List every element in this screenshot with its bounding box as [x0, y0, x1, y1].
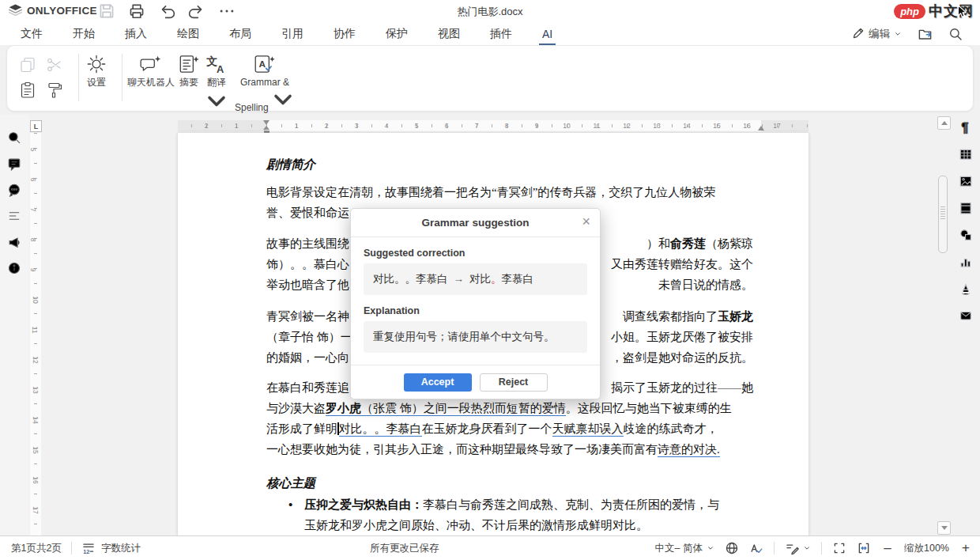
tab-7[interactable]: 保护 [384, 24, 409, 44]
correction-text: 李慕白 [502, 273, 534, 285]
explanation-label: Explanation [364, 305, 587, 316]
suggested-correction-box: 对比。。李慕白→对比。李慕白 [364, 263, 587, 295]
suggested-correction-label: Suggested correction [364, 248, 587, 259]
scrollbar-thumb[interactable] [938, 176, 948, 253]
text-run: 。这段回忆与她当下被束缚的生 [566, 402, 732, 414]
text-run: 核心主题 [266, 476, 315, 490]
settings-label: 设置 [87, 78, 106, 88]
reject-button[interactable]: Reject [480, 373, 548, 392]
right-sidebar: ¶ [952, 119, 980, 334]
tab-2[interactable]: 插入 [123, 24, 149, 44]
chatbot-button[interactable]: 聊天机器人 [127, 52, 175, 88]
ruler-number: 15 [713, 122, 720, 130]
comments-icon[interactable] [0, 155, 28, 172]
track-changes-selector[interactable] [785, 541, 811, 555]
fit-to-width-icon[interactable] [857, 541, 871, 555]
chevron-down-icon [271, 88, 295, 112]
paste-icon[interactable] [18, 81, 37, 100]
ruler-number: 5 [29, 148, 37, 152]
gear-icon [85, 52, 108, 76]
copy-icon[interactable] [18, 55, 37, 74]
header-footer-settings-icon[interactable] [952, 199, 980, 217]
tab-8[interactable]: 视图 [436, 24, 462, 44]
document-language-selector[interactable]: 中文– 简体 [655, 542, 714, 555]
horizontal-ruler[interactable]: 123456789101112131415161721 [178, 120, 808, 131]
cut-icon[interactable] [45, 55, 64, 74]
ruler-number: 14 [32, 416, 40, 423]
table-settings-icon[interactable] [952, 146, 980, 163]
zoom-in-button[interactable]: + [959, 542, 972, 554]
ai-settings-button[interactable]: 设置 [85, 52, 108, 88]
image-settings-icon[interactable] [952, 172, 980, 190]
fit-to-page-icon[interactable] [832, 541, 846, 555]
first-line-indent-marker[interactable] [263, 120, 270, 125]
dialog-header[interactable]: Grammar suggestion × [351, 209, 600, 237]
more-options-icon[interactable] [218, 2, 236, 20]
navigation-icon[interactable] [0, 207, 28, 225]
text-run: 调查线索都指向了 [623, 310, 718, 323]
tab-1[interactable]: 开始 [71, 24, 96, 44]
accept-button[interactable]: Accept [404, 373, 472, 392]
text-run: 青冥剑被一名神 [266, 310, 349, 323]
ai-toolbar: 设置 聊天机器人 摘要 文A 翻译 A Grammar & Spelling [6, 45, 974, 112]
save-status-text: 所有更改已保存 [370, 542, 439, 555]
mailmerge-icon[interactable] [952, 307, 980, 324]
document-text-line: 电影背景设定在清朝，故事围绕着一把名为“青冥剑”的传奇兵器，交织了九位人物被荣 [266, 185, 753, 202]
tab-4[interactable]: 布局 [228, 24, 253, 44]
open-file-location-icon[interactable] [918, 26, 933, 41]
textart-settings-icon[interactable] [952, 280, 980, 297]
right-indent-marker[interactable] [758, 126, 764, 131]
hanging-indent-marker[interactable] [263, 126, 270, 130]
search-icon[interactable] [0, 129, 28, 146]
tab-stop-selector[interactable]: L [30, 120, 42, 132]
tab-ai-active[interactable]: AI [541, 25, 554, 44]
tab-5[interactable]: 引用 [280, 24, 305, 44]
text-run: 歧途的练武奇才， [624, 422, 718, 435]
scroll-down-button[interactable] [937, 521, 951, 535]
ruler-number: 13 [32, 386, 40, 393]
text-run: 对比。。李慕白 [339, 422, 422, 437]
translate-button[interactable]: 文A 翻译 [205, 52, 228, 113]
tab-0[interactable]: 文件 [19, 24, 44, 44]
ruler-number: 3 [355, 122, 359, 130]
copy-style-icon[interactable] [45, 81, 64, 100]
redo-icon[interactable] [188, 2, 205, 20]
scroll-up-button[interactable] [937, 116, 951, 130]
search-icon[interactable] [948, 27, 963, 41]
ruler-number: 16 [743, 122, 750, 130]
language-label: 中文– 简体 [655, 542, 703, 555]
chat-icon[interactable] [0, 181, 28, 199]
tab-6[interactable]: 协作 [332, 24, 357, 44]
undo-icon[interactable] [158, 2, 175, 20]
ruler-number: 6 [29, 178, 37, 182]
edit-pencil-icon [851, 27, 865, 40]
save-icon[interactable] [98, 2, 115, 20]
spellcheck-icon[interactable] [749, 541, 763, 555]
arrow-icon: → [448, 273, 470, 285]
about-icon[interactable] [0, 259, 28, 277]
word-count-button[interactable]: 12 字数统计 [81, 541, 141, 555]
edit-mode-selector[interactable]: 编辑 [851, 27, 902, 41]
paragraph-settings-icon[interactable]: ¶ [952, 119, 980, 136]
print-icon[interactable] [128, 2, 145, 20]
summary-icon [177, 52, 201, 76]
tab-9[interactable]: 插件 [488, 24, 514, 44]
feedback-icon[interactable] [0, 233, 28, 251]
word-count-icon: 12 [81, 541, 96, 555]
page-number-indicator[interactable]: 第1页共2页 [11, 542, 62, 555]
text-run: 饰）。。慕白心 [266, 258, 349, 271]
ruler-number: 12 [623, 122, 630, 130]
tab-3[interactable]: 绘图 [175, 24, 201, 44]
track-changes-icon [785, 541, 799, 555]
vertical-ruler[interactable]: 567891011121314151617 [30, 133, 41, 536]
word-count-label: 字数统计 [101, 542, 141, 555]
summarization-button[interactable]: 摘要 [177, 52, 201, 88]
text-run: 活形成了鲜明 [266, 422, 337, 435]
summary-label: 摘要 [179, 78, 198, 88]
shape-settings-icon[interactable] [952, 226, 980, 244]
chart-settings-icon[interactable] [952, 253, 980, 271]
close-icon[interactable]: × [582, 214, 590, 229]
grammar-spelling-button[interactable]: A Grammar & Spelling [235, 52, 295, 113]
set-language-globe-icon[interactable] [725, 541, 739, 555]
zoom-out-button[interactable]: – [881, 542, 894, 554]
